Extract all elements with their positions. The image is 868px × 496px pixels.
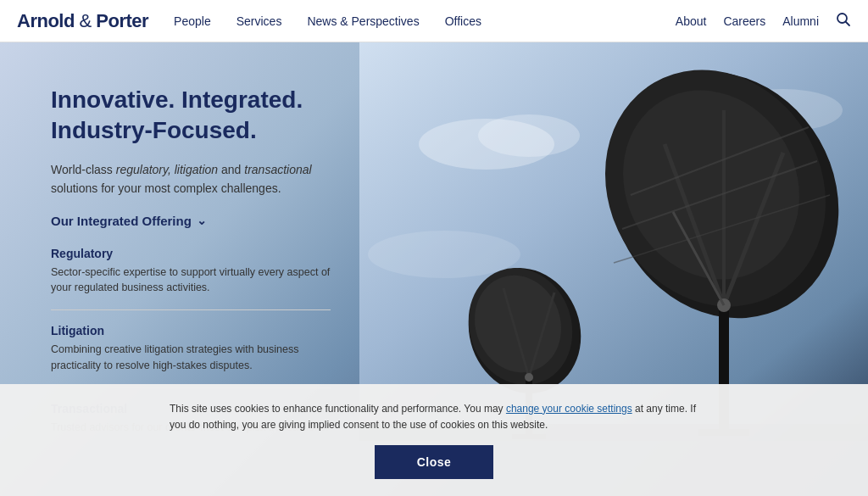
- nav-right-links: About Careers Alumni: [676, 12, 851, 31]
- hero-section: Innovative. Integrated.Industry-Focused.…: [0, 42, 868, 496]
- chevron-down-icon: ⌄: [197, 214, 207, 227]
- nav-link-services[interactable]: Services: [236, 14, 282, 28]
- offering-litigation-desc: Combining creative litigation strategies…: [51, 342, 331, 374]
- cookie-banner: This site uses cookies to enhance functi…: [0, 384, 868, 496]
- cookie-settings-link[interactable]: change your cookie settings: [506, 403, 632, 415]
- search-icon[interactable]: [836, 12, 851, 31]
- integrated-offering-label: Our Integrated Offering: [51, 214, 192, 228]
- nav-link-careers[interactable]: Careers: [723, 14, 765, 28]
- svg-point-4: [478, 114, 580, 157]
- offering-litigation-title: Litigation: [51, 324, 331, 337]
- svg-point-7: [368, 231, 520, 278]
- offering-litigation: Litigation Combining creative litigation…: [51, 324, 331, 388]
- offering-regulatory: Regulatory Sector-specific expertise to …: [51, 247, 331, 311]
- nav-link-offices[interactable]: Offices: [445, 14, 481, 28]
- cookie-close-button[interactable]: Close: [375, 445, 494, 479]
- offering-regulatory-desc: Sector-specific expertise to support vir…: [51, 265, 331, 297]
- nav-links: People Services News & Perspectives Offi…: [174, 14, 676, 28]
- offering-regulatory-title: Regulatory: [51, 247, 331, 260]
- cookie-text: This site uses cookies to enhance functi…: [170, 401, 698, 433]
- nav-link-about[interactable]: About: [676, 14, 707, 28]
- svg-line-1: [846, 21, 850, 25]
- site-logo[interactable]: Arnold & Porter: [17, 10, 148, 32]
- svg-point-28: [525, 373, 533, 382]
- nav-link-people[interactable]: People: [174, 14, 211, 28]
- satellite-illustration: [359, 42, 868, 441]
- hero-subtext: World-class regulatory, litigation and t…: [51, 160, 322, 198]
- integrated-offering-toggle[interactable]: Our Integrated Offering ⌄: [51, 214, 390, 228]
- nav-link-news[interactable]: News & Perspectives: [307, 14, 419, 28]
- hero-headline: Innovative. Integrated.Industry-Focused.: [51, 85, 390, 147]
- navigation: Arnold & Porter People Services News & P…: [0, 0, 868, 42]
- nav-link-alumni[interactable]: Alumni: [782, 14, 819, 28]
